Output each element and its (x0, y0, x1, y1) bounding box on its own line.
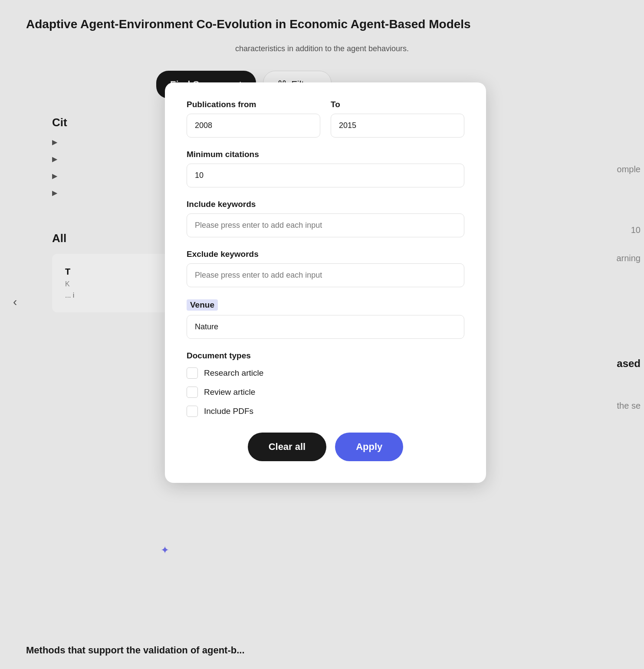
exclude-keywords-label: Exclude keywords (187, 249, 259, 259)
checkbox-research-box[interactable] (187, 367, 198, 379)
document-types-label: Document types (187, 351, 464, 361)
min-citations-label: Minimum citations (187, 150, 259, 159)
venue-label: Venue (187, 299, 218, 311)
checkbox-pdfs-box[interactable] (187, 406, 198, 417)
publications-to-input[interactable] (331, 114, 464, 138)
exclude-keywords-input[interactable] (187, 263, 464, 287)
clear-all-button[interactable]: Clear all (248, 433, 327, 461)
filter-panel: Publications from To Minimum citations I… (165, 82, 486, 483)
checkbox-research-label: Research article (204, 368, 263, 378)
min-citations-input[interactable] (187, 164, 464, 187)
checkbox-review-label: Review article (204, 387, 255, 397)
include-keywords-label: Include keywords (187, 200, 256, 209)
checkbox-review[interactable]: Review article (187, 387, 464, 398)
checkbox-pdfs[interactable]: Include PDFs (187, 406, 464, 417)
publications-to-label: To (331, 100, 464, 109)
checkbox-review-box[interactable] (187, 387, 198, 398)
publications-from-input[interactable] (187, 114, 320, 138)
publications-from-label: Publications from (187, 100, 320, 109)
venue-input[interactable] (187, 315, 464, 339)
include-keywords-input[interactable] (187, 213, 464, 237)
checkbox-research[interactable]: Research article (187, 367, 464, 379)
checkbox-pdfs-label: Include PDFs (204, 407, 253, 416)
apply-button[interactable]: Apply (335, 433, 403, 461)
